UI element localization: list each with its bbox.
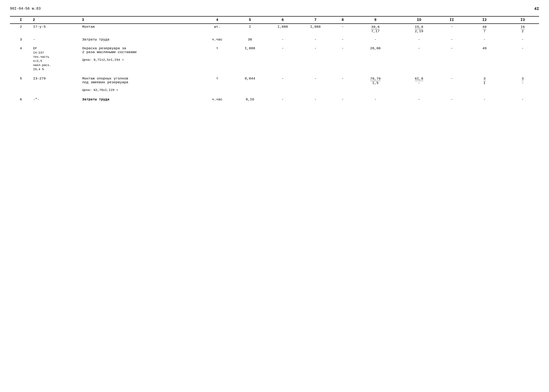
- row-col11: -: [441, 24, 463, 35]
- row-col11: -: [441, 34, 463, 42]
- col-header-5: 5: [234, 16, 266, 24]
- row-code: -"-: [32, 93, 81, 102]
- row-col9: 70,79 I,5: [354, 73, 397, 93]
- row-unit: т: [201, 73, 234, 93]
- row-col8: -: [332, 24, 354, 35]
- row-col8: -: [332, 93, 354, 102]
- col-header-6: 6: [266, 16, 299, 24]
- table-row: 5 I3-279 Монтаж опорных уголковпод змеев…: [10, 73, 539, 93]
- col-header-13: I3: [506, 16, 539, 24]
- row-col10: -: [397, 93, 441, 102]
- row-col6: -: [266, 93, 299, 102]
- row-col7: I,888: [299, 24, 332, 35]
- row-unit: ч.час: [201, 34, 234, 42]
- row-code: -: [32, 34, 81, 42]
- row-desc: Монтаж: [81, 24, 201, 35]
- row-num: 5: [10, 73, 32, 93]
- col-header-8: 8: [332, 16, 354, 24]
- row-code: ЕРI4-237тех.частьк=2,5накл.расх.I9,4 %: [32, 42, 81, 72]
- col-header-10: IO: [397, 16, 441, 24]
- row-col13: -: [506, 42, 539, 72]
- row-col7: -: [299, 42, 332, 72]
- row-col7: -: [299, 93, 332, 102]
- fraction-col9-r5: 70,79 I,5: [370, 77, 381, 85]
- row-col5: 0,I6: [234, 93, 266, 102]
- table-row: 2 I7-у-5 Монтаж шт. I I,888 I,888 - 39,6…: [10, 24, 539, 35]
- row-col11: -: [441, 93, 463, 102]
- fraction-col13: I6 2: [520, 25, 525, 33]
- row-col5: I: [234, 24, 266, 35]
- row-col12: 40 7: [463, 24, 506, 35]
- row-col9: 39,6 7,I7: [354, 24, 397, 35]
- row-col9: -: [354, 34, 397, 42]
- row-col6: -: [266, 34, 299, 42]
- col-header-11: II: [441, 16, 463, 24]
- fraction-col12: 40 7: [482, 25, 487, 33]
- row-col5: 36: [234, 34, 266, 42]
- table-row: 6 -"- Затраты труда ч.час 0,I6 - - - - -…: [10, 93, 539, 102]
- row-col12: -: [463, 93, 506, 102]
- main-table: I 2 3 4 5 6 7 8 9 IO II I2 I3 2 I7-у-5 М…: [10, 16, 539, 102]
- row-col6: -: [266, 73, 299, 93]
- row-num: 6: [10, 93, 32, 102]
- row-col8: -: [332, 42, 354, 72]
- row-num: 3: [10, 34, 32, 42]
- row-col6: I,888: [266, 24, 299, 35]
- row-code: I7-у-5: [32, 24, 81, 35]
- row-desc: Затраты труда: [81, 34, 201, 42]
- row-col13: I6 2: [506, 24, 539, 35]
- header-center: 4I: [534, 7, 539, 11]
- row-col10: 6I,8 -: [397, 73, 441, 93]
- row-col12: 3 I: [463, 73, 506, 93]
- row-num: 4: [10, 42, 32, 72]
- fraction-col12-r5: 3 I: [484, 77, 485, 85]
- row-col7: -: [299, 73, 332, 93]
- row-col10: -: [397, 34, 441, 42]
- col-header-1: I: [10, 16, 32, 24]
- col-header-7: 7: [299, 16, 332, 24]
- table-row: 3 - Затраты труда ч.час 36 - - - - - - -…: [10, 34, 539, 42]
- row-col5: 0,044: [234, 73, 266, 93]
- row-code: I3-279: [32, 73, 81, 93]
- row-col11: -: [441, 73, 463, 93]
- table-header-row: I 2 3 4 5 6 7 8 9 IO II I2 I3: [10, 16, 539, 24]
- row-col8: -: [332, 34, 354, 42]
- fraction-col10-r5: 6I,8 -: [415, 77, 423, 85]
- col-header-3: 3: [81, 16, 201, 24]
- row-col13: 3 -: [506, 73, 539, 93]
- row-col10: -: [397, 42, 441, 72]
- row-unit: ч.час: [201, 93, 234, 102]
- row-col13: -: [506, 93, 539, 102]
- table-row: 4 ЕРI4-237тех.частьк=2,5накл.расх.I9,4 %…: [10, 42, 539, 72]
- row-col8: -: [332, 73, 354, 93]
- row-col6: -: [266, 42, 299, 72]
- row-desc: Затраты труда: [81, 93, 201, 102]
- page-header: 90I-04-56 м.83 4I: [10, 7, 539, 11]
- row-col9: 26,00: [354, 42, 397, 72]
- col-header-4: 4: [201, 16, 234, 24]
- col-header-9: 9: [354, 16, 397, 24]
- fraction-col13-r5: 3 -: [522, 77, 524, 85]
- row-col12: 49: [463, 42, 506, 72]
- row-desc: Окраска резервуара за2 раза масляными со…: [81, 42, 201, 72]
- fraction-col10: I5,8 2,I9: [415, 25, 423, 33]
- row-col9: -: [354, 93, 397, 102]
- row-unit: т: [201, 42, 234, 72]
- row-desc: Монтаж опорных уголковпод змеевик резерв…: [81, 73, 201, 93]
- row-col5: I,888: [234, 42, 266, 72]
- row-unit: шт.: [201, 24, 234, 35]
- row-col12: -: [463, 34, 506, 42]
- header-left: 90I-04-56 м.83: [10, 7, 41, 11]
- row-col10: I5,8 2,I9: [397, 24, 441, 35]
- row-col7: -: [299, 34, 332, 42]
- row-col13: -: [506, 34, 539, 42]
- row-num: 2: [10, 24, 32, 35]
- row-col11: -: [441, 42, 463, 72]
- fraction-col9: 39,6 7,I7: [371, 25, 379, 33]
- col-header-2: 2: [32, 16, 81, 24]
- col-header-12: I2: [463, 16, 506, 24]
